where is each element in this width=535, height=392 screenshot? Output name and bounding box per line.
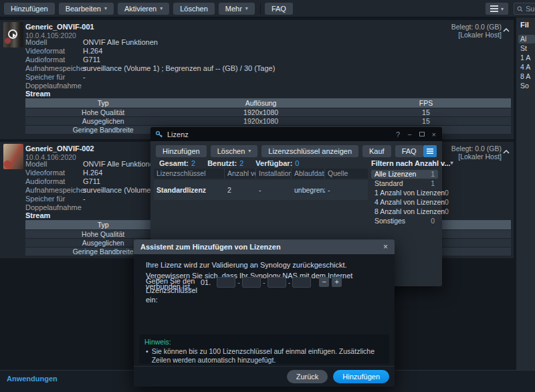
cell-aufloesung: 1920x1080 <box>181 117 341 125</box>
close-icon[interactable]: × <box>383 242 388 252</box>
cell-installation-date: - <box>256 180 292 200</box>
show-license-keys-button[interactable]: Lizenzschlüssel anzeigen <box>261 145 358 157</box>
license-faq-label: FAQ <box>402 147 417 155</box>
filter-item-standard[interactable]: Standard1 <box>371 179 438 188</box>
cell-quantity: 2 <box>225 180 256 200</box>
caret-down-icon: ▾ <box>451 159 453 168</box>
list-view-button[interactable]: ▾ <box>486 3 508 15</box>
close-icon[interactable]: × <box>432 130 436 138</box>
filter-item-1-license[interactable]: 1 Anzahl von Lizenzen0 <box>371 189 438 197</box>
collapse-button[interactable] <box>503 25 511 31</box>
caret-down-icon: ▾ <box>501 6 504 12</box>
filter-item-label: Sonstiges <box>374 217 405 225</box>
field-value: surveillance (Volume 1) ; Begrenzen auf … <box>83 64 473 73</box>
dialog-title: Lizenz <box>167 130 189 138</box>
help-icon[interactable]: ? <box>396 130 400 138</box>
filter-item-label: 8 Anzahl von Lizenzen <box>374 207 445 216</box>
filter-item[interactable]: 4 A <box>520 63 535 72</box>
usage-text: Belegt: 0.0 (GB) <box>451 144 502 153</box>
show-license-keys-label: Lizenzschlüssel anzeigen <box>268 147 352 155</box>
stat-label: Benutzt: <box>207 159 237 167</box>
activate-button[interactable]: Aktivieren▾ <box>118 3 169 15</box>
add-row-button[interactable]: + <box>332 277 342 287</box>
field-row: VideoformatH.264 <box>25 47 473 56</box>
filter-item[interactable]: 1 A <box>520 54 535 62</box>
delete-button[interactable]: Löschen <box>173 3 215 15</box>
license-table-row[interactable]: Standardlizenz 2 - unbegrenzt - <box>154 180 368 200</box>
list-view-toggle-button[interactable] <box>423 145 437 157</box>
license-add-button[interactable]: Hinzufügen <box>156 145 207 157</box>
field-row: Speicher für Doppelaufnahme- <box>25 73 473 90</box>
column-header[interactable]: Quelle <box>325 169 368 179</box>
license-table: Lizenzschlüssel Anzahl von Li... Install… <box>154 169 368 200</box>
cell-aufloesung: 1920x1080 <box>181 108 341 116</box>
collapse-button[interactable] <box>503 147 511 153</box>
minimize-icon[interactable]: − <box>407 130 411 138</box>
filter-item[interactable]: Al <box>518 35 535 43</box>
filter-item[interactable]: St <box>520 44 535 53</box>
search-placeholder: Such <box>526 5 535 13</box>
cell-license-key: Standardlizenz <box>154 180 225 200</box>
usage-text: Belegt: 0.0 (GB) <box>451 23 502 31</box>
filter-item-4-licenses[interactable]: 4 Anzahl von Lizenzen0 <box>371 198 438 207</box>
window-controls: ? − × <box>396 127 436 141</box>
column-header[interactable]: Installationsd... <box>256 169 292 179</box>
plus-icon: + <box>335 278 339 286</box>
toolbar-divider <box>260 3 261 14</box>
license-key-form: Geben Sie den Lizenzschlüssel ein: 01. -… <box>146 276 388 298</box>
filter-title[interactable]: Filtern nach Anzahl v...▾ <box>371 159 438 168</box>
field-label: Speicher für Doppelaufnahme <box>25 73 83 90</box>
filter-item[interactable]: So <box>520 82 535 90</box>
key-separator: - <box>237 278 240 286</box>
field-value: - <box>83 73 473 90</box>
camera-thumbnail[interactable] <box>3 144 23 169</box>
camera-name: Generic_ONVIF-001 <box>25 23 94 31</box>
license-key-segment-1[interactable] <box>217 277 235 288</box>
column-header[interactable]: Anzahl von Li... <box>225 169 256 179</box>
field-value: ONVIF Alle Funktionen <box>83 38 473 47</box>
remove-row-button[interactable]: − <box>319 277 329 287</box>
add-license-wizard: Assistent zum Hinzufügen von Lizenzen × … <box>134 239 395 387</box>
add-button[interactable]: Hinzufügen <box>4 3 55 15</box>
field-value: H.264 <box>83 47 473 56</box>
faq-button[interactable]: FAQ <box>265 3 293 15</box>
stat-label: Gesamt: <box>159 159 189 167</box>
stream-table-row: Hohe Qualität 1920x1080 15 <box>25 108 511 116</box>
filter-item-count: 0 <box>445 189 449 197</box>
license-faq-button[interactable]: FAQ <box>395 145 423 157</box>
back-button[interactable]: Zurück <box>287 370 328 383</box>
filter-item-label: Standard <box>374 179 403 188</box>
field-row: ModellONVIF Alle Funktionen <box>25 38 473 47</box>
wizard-titlebar[interactable]: Assistent zum Hinzufügen von Lizenzen × <box>134 239 395 254</box>
maximize-icon[interactable] <box>419 132 425 136</box>
filter-item[interactable]: 8 A <box>520 72 535 81</box>
filter-item-8-licenses[interactable]: 8 Anzahl von Lizenzen0 <box>371 207 438 216</box>
license-delete-button[interactable]: Löschen▾ <box>211 145 258 157</box>
cell-typ: Ausgeglichen <box>25 117 181 125</box>
license-stats: Gesamt:2 Benutzt:2 Verfügbar:0 <box>159 159 311 167</box>
license-key-segment-3[interactable] <box>268 277 286 288</box>
bullet-icon: • <box>146 347 148 365</box>
buy-button[interactable]: Kauf <box>362 145 391 157</box>
more-button[interactable]: Mehr▾ <box>219 3 255 15</box>
applications-link[interactable]: Anwendungen <box>7 375 58 383</box>
activate-button-label: Aktivieren <box>124 5 156 13</box>
field-label: Modell <box>25 38 83 47</box>
cell-fps: 15 <box>341 108 511 116</box>
column-header[interactable]: Lizenzschlüssel <box>154 169 225 179</box>
field-value: G711 <box>83 56 473 64</box>
edit-button[interactable]: Bearbeiten▾ <box>59 3 114 15</box>
search-input[interactable]: Such <box>514 3 535 15</box>
license-dialog-titlebar[interactable]: Lizenz ? − × <box>150 127 442 141</box>
camera-name: Generic_ONVIF-002 <box>25 144 94 153</box>
filter-item-all-licenses[interactable]: Alle Lizenzen1 <box>371 170 438 179</box>
camera-thumbnail[interactable] <box>3 22 23 47</box>
field-row: Aufnahmespeichersurveillance (Volume 1) … <box>25 64 473 73</box>
stat-used: Benutzt:2 <box>207 159 243 167</box>
license-key-segment-2[interactable] <box>242 277 261 288</box>
license-key-segment-4[interactable] <box>292 277 311 288</box>
filter-item-other[interactable]: Sonstiges0 <box>371 217 438 225</box>
cell-fps: 15 <box>341 117 511 125</box>
wizard-add-button[interactable]: Hinzufügen <box>333 370 389 383</box>
column-header[interactable]: Ablaufdatum <box>292 169 325 179</box>
